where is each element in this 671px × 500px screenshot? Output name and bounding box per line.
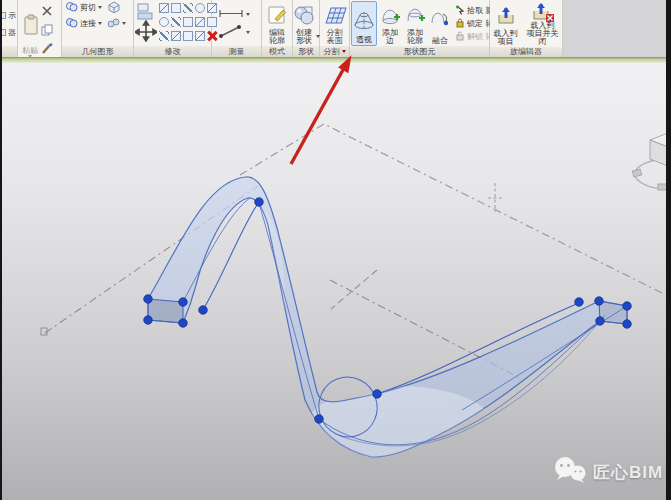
unlock-icon xyxy=(455,31,465,43)
measure-angle-button[interactable] xyxy=(218,26,260,39)
panel-mode: 编辑 轮廓 模式 xyxy=(262,0,293,57)
viewer-label: 器 xyxy=(8,28,16,37)
load-into-project-close-label: 载入到 项目并关闭 xyxy=(525,22,560,46)
measure-line-icon xyxy=(218,9,244,20)
ribbon-bottom-strip xyxy=(0,57,671,63)
modify-tool-grid xyxy=(159,3,218,46)
divide-panel-label: 分割 xyxy=(324,47,340,57)
add-edge-icon xyxy=(379,2,401,29)
measure-ruler-icon xyxy=(218,25,244,40)
cut-geometry-label: 剪切 xyxy=(80,3,96,12)
create-form-label: 创建 形状 xyxy=(296,29,312,45)
right-edge-bar xyxy=(666,0,671,500)
copy-icon[interactable] xyxy=(41,22,53,40)
panel-modify: 修改 xyxy=(134,0,212,57)
watermark: 匠心BIM xyxy=(552,456,663,488)
shape-panel-label: 形状 xyxy=(293,46,319,57)
divide-expander-caret xyxy=(342,50,346,53)
join-geometry-label: 连接 xyxy=(80,19,96,28)
load-into-project-close-icon xyxy=(532,2,554,22)
join-geometry-button[interactable]: 连接 xyxy=(65,17,132,30)
show-label: 示 xyxy=(8,11,16,20)
add-profile-button[interactable]: 添加 轮廓 xyxy=(403,1,427,46)
modify-panel-label: 修改 xyxy=(134,46,211,57)
cut-dropdown-caret xyxy=(98,6,102,9)
move-button[interactable] xyxy=(135,1,157,46)
rotate-icon[interactable] xyxy=(195,3,205,13)
add-profile-icon xyxy=(404,2,426,29)
xray-button[interactable]: 透视 xyxy=(351,1,377,46)
edit-profile-label: 编辑 轮廓 xyxy=(269,29,285,45)
copy-move-icon[interactable] xyxy=(195,31,205,41)
edit-profile-icon xyxy=(267,2,288,29)
spheres-dropdown-caret xyxy=(122,22,126,25)
add-edge-label: 添加 边 xyxy=(382,29,398,45)
geometry-panel-label: 几何图形 xyxy=(62,46,133,57)
trim-icon[interactable] xyxy=(207,3,217,13)
divide-panel-label-wrap[interactable]: 分割 xyxy=(320,46,349,57)
dissolve-label: 融合 xyxy=(432,37,448,45)
scale-icon[interactable] xyxy=(195,17,205,27)
panel-form-elements: 透视 添加 边 添加 轮廓 xyxy=(350,0,490,57)
extend-icon[interactable] xyxy=(159,31,169,41)
add-profile-label: 添加 轮廓 xyxy=(407,29,423,45)
load-into-project-close-button[interactable]: 载入到 项目并关闭 xyxy=(524,1,561,47)
join-geometry-icon xyxy=(65,17,78,30)
watermark-text: 匠心BIM xyxy=(593,461,663,484)
split-icon[interactable] xyxy=(171,17,181,27)
panel-family-editor: 载入到 项目 载入到 项目并关闭 族编辑器 xyxy=(490,0,563,57)
dissolve-icon xyxy=(429,2,451,37)
pick-new-host-icon xyxy=(455,5,465,17)
align-icon[interactable] xyxy=(159,3,169,13)
move-cross-icon xyxy=(135,2,157,46)
panel-measure: 测量 xyxy=(212,0,262,57)
box-icon[interactable] xyxy=(107,1,120,15)
form-elements-panel-label: 形状图元 xyxy=(350,46,489,57)
panel-label xyxy=(0,46,17,57)
pin-icon[interactable] xyxy=(207,17,217,27)
delete-icon[interactable] xyxy=(207,31,217,41)
paste-label: 粘贴 xyxy=(22,47,38,55)
panel-shape: 创建 形状 形状 xyxy=(293,0,320,57)
paste-button[interactable]: 粘贴 xyxy=(19,1,41,59)
mode-panel-label: 模式 xyxy=(262,46,292,57)
ribbon-filler xyxy=(563,0,671,57)
model-viewport[interactable] xyxy=(0,63,671,500)
small-spheres-icon[interactable] xyxy=(107,17,120,31)
cut-icon[interactable] xyxy=(41,3,53,21)
create-form-button[interactable]: 创建 形状 xyxy=(292,1,316,46)
edit-profile-button[interactable]: 编辑 轮廓 xyxy=(266,1,289,46)
measure-aligned-button[interactable] xyxy=(218,8,260,21)
trim2-icon[interactable] xyxy=(171,31,181,41)
join-dropdown-caret xyxy=(98,22,102,25)
show-button[interactable]: 示 xyxy=(1,9,16,22)
dissolve-button[interactable]: 融合 xyxy=(428,1,452,46)
offset-icon[interactable] xyxy=(171,3,181,13)
measure-panel-label: 测量 xyxy=(212,46,261,57)
divide-surface-icon xyxy=(323,2,347,29)
divide-surface-button[interactable]: 分割 表面 xyxy=(322,1,348,46)
add-edge-button[interactable]: 添加 边 xyxy=(378,1,402,46)
family-editor-panel-label: 族编辑器 xyxy=(490,47,562,57)
load-into-project-button[interactable]: 载入到 项目 xyxy=(491,1,520,47)
xray-label: 透视 xyxy=(356,36,372,44)
wechat-icon xyxy=(552,456,588,488)
panel-geometry: 剪切 连接 几何图形 xyxy=(62,0,134,57)
rotate2-icon[interactable] xyxy=(159,17,169,27)
unpin-icon[interactable] xyxy=(183,31,193,41)
ribbon-toolbar: 示 器 粘贴 xyxy=(0,0,671,57)
load-into-project-icon xyxy=(496,2,516,30)
panel-divide: 分割 表面 分割 xyxy=(320,0,350,57)
left-edge-bar xyxy=(0,0,2,500)
array-icon[interactable] xyxy=(183,17,193,27)
lock-icon xyxy=(455,18,465,30)
viewer-button[interactable]: 器 xyxy=(1,26,16,39)
cut-geometry-button[interactable]: 剪切 xyxy=(65,1,132,14)
panel-clipboard: 粘贴 剪贴板 xyxy=(18,0,62,57)
measure-dropdown-caret xyxy=(246,13,250,16)
divide-surface-label: 分割 表面 xyxy=(327,29,343,45)
paste-clipboard-icon xyxy=(22,2,39,47)
xray-dome-icon xyxy=(353,3,375,36)
cut-geometry-icon xyxy=(65,1,78,14)
mirror-icon[interactable] xyxy=(183,3,193,13)
